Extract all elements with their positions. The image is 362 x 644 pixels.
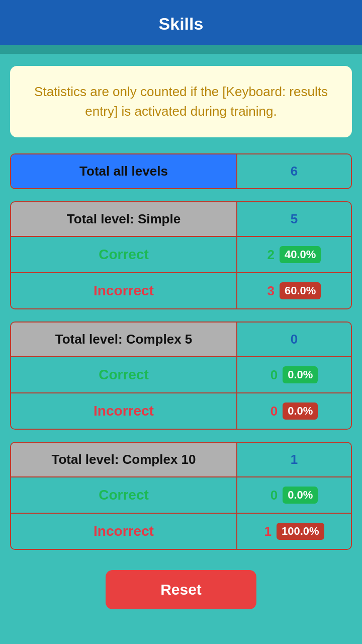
complex10-correct-pct: 0.0%: [283, 487, 318, 504]
simple-correct-value: 2 40.0%: [237, 237, 351, 272]
simple-incorrect-value: 3 60.0%: [237, 273, 351, 308]
notice-text: Statistics are only counted if the [Keyb…: [34, 84, 328, 119]
complex5-total-value: 0: [237, 323, 351, 356]
total-all-label: Total all levels: [11, 154, 237, 188]
complex10-total-value: 1: [237, 443, 351, 476]
complex10-card: Total level: Complex 10 1 Correct 0 0.0%…: [10, 442, 352, 550]
simple-incorrect-pct: 60.0%: [280, 282, 321, 299]
complex5-incorrect-value: 0 0.0%: [237, 393, 351, 429]
complex5-incorrect-label: Incorrect: [11, 393, 237, 429]
complex10-label: Total level: Complex 10: [11, 443, 237, 476]
complex5-incorrect-pct: 0.0%: [283, 403, 318, 420]
simple-correct-label: Correct: [11, 237, 237, 272]
complex10-correct-row: Correct 0 0.0%: [11, 477, 351, 514]
complex5-incorrect-row: Incorrect 0 0.0%: [11, 393, 351, 429]
total-all-card: Total all levels 6: [10, 153, 352, 189]
complex10-total-row: Total level: Complex 10 1: [11, 443, 351, 477]
simple-card: Total level: Simple 5 Correct 2 40.0% In…: [10, 201, 352, 309]
complex5-card: Total level: Complex 5 0 Correct 0 0.0% …: [10, 321, 352, 430]
page-title: Skills: [159, 14, 204, 33]
simple-label: Total level: Simple: [11, 202, 237, 236]
main-content: Statistics are only counted if the [Keyb…: [0, 54, 362, 641]
notice-box: Statistics are only counted if the [Keyb…: [10, 66, 352, 137]
total-all-row: Total all levels 6: [11, 154, 351, 188]
simple-correct-row: Correct 2 40.0%: [11, 237, 351, 273]
reset-area: Reset: [10, 570, 352, 629]
complex10-incorrect-value: 1 100.0%: [237, 514, 351, 549]
complex10-incorrect-pct: 100.0%: [277, 523, 324, 540]
stats-section: Total all levels 6 Total level: Simple 5…: [10, 153, 352, 550]
total-all-value: 6: [237, 154, 351, 188]
simple-correct-pct: 40.0%: [280, 246, 321, 263]
simple-total-value: 5: [237, 202, 351, 236]
simple-incorrect-label: Incorrect: [11, 273, 237, 308]
header: Skills: [0, 0, 362, 54]
simple-total-row: Total level: Simple 5: [11, 202, 351, 237]
complex5-correct-label: Correct: [11, 357, 237, 392]
simple-incorrect-row: Incorrect 3 60.0%: [11, 273, 351, 308]
reset-button[interactable]: Reset: [106, 570, 256, 609]
complex10-incorrect-label: Incorrect: [11, 514, 237, 549]
complex5-label: Total level: Complex 5: [11, 323, 237, 356]
complex5-correct-row: Correct 0 0.0%: [11, 357, 351, 393]
complex5-correct-pct: 0.0%: [283, 366, 318, 383]
complex10-correct-label: Correct: [11, 477, 237, 513]
complex10-incorrect-row: Incorrect 1 100.0%: [11, 514, 351, 549]
complex5-total-row: Total level: Complex 5 0: [11, 323, 351, 357]
complex5-correct-value: 0 0.0%: [237, 357, 351, 392]
complex10-correct-value: 0 0.0%: [237, 477, 351, 513]
